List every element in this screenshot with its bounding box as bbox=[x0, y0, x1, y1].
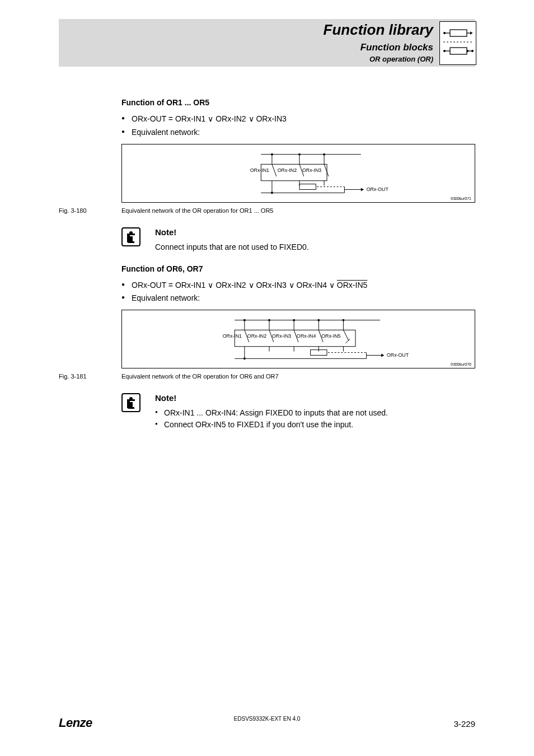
svg-marker-67 bbox=[381, 354, 384, 357]
footer-page-number: 3-229 bbox=[454, 719, 475, 729]
note-1-text: Connect inputs that are not used to FIXE… bbox=[155, 241, 475, 253]
info-icon bbox=[121, 227, 140, 246]
svg-line-60 bbox=[343, 330, 349, 342]
svg-line-61 bbox=[345, 339, 350, 343]
footer-doc-id: EDSVS9332K-EXT EN 4.0 bbox=[234, 716, 301, 722]
info-icon bbox=[121, 393, 140, 412]
svg-line-20 bbox=[272, 164, 277, 176]
diagram-1-svg: ORx-IN1 ORx-IN2 ORx-IN3 bbox=[122, 144, 475, 202]
note-2: Note! ORx-IN1 ... ORx-IN4: Assign FIXED0… bbox=[121, 393, 475, 431]
svg-point-1 bbox=[443, 32, 446, 34]
d2-in3-label: ORx-IN3 bbox=[272, 333, 291, 339]
page-title: Function library bbox=[324, 21, 433, 39]
section1-list: ORx-OUT = ORx-IN1 ∨ ORx-IN2 ∨ ORx-IN3 Eq… bbox=[121, 113, 475, 139]
d2-in5-label: ORx-IN5 bbox=[321, 333, 340, 339]
s2b1-mid1: ORx-IN2 bbox=[213, 281, 248, 290]
svg-marker-12 bbox=[467, 49, 469, 53]
section1-heading: Function of OR1 ... OR5 bbox=[121, 98, 475, 107]
s2b1-mid2: ORx-IN3 bbox=[254, 281, 289, 290]
section2-bullet-1: ORx-OUT = ORx-IN1 ∨ ORx-IN2 ∨ ORx-IN3 ∨ … bbox=[121, 279, 475, 292]
note-2-item-2: Connect ORx-IN5 to FIXED1 if you don't u… bbox=[155, 419, 475, 431]
page-subtitle-1: Function blocks bbox=[324, 42, 433, 53]
note-1: Note! Connect inputs that are not used t… bbox=[121, 227, 475, 253]
fig-1-caption: Equivalent network of the OR operation f… bbox=[121, 207, 475, 214]
svg-marker-36 bbox=[361, 188, 364, 191]
d1-in2-label: ORx-IN2 bbox=[278, 167, 297, 173]
svg-point-50 bbox=[293, 319, 295, 321]
fig-2-caption: Equivalent network of the OR operation f… bbox=[121, 373, 475, 380]
fig-1-row: Fig. 3-180 Equivalent network of the OR … bbox=[59, 207, 475, 214]
svg-point-17 bbox=[271, 153, 273, 155]
svg-point-58 bbox=[342, 319, 344, 321]
diagram-2-code: 9300kur070 bbox=[451, 362, 471, 366]
svg-point-19 bbox=[271, 192, 273, 194]
s1b1-pre: ORx-OUT = ORx-IN1 bbox=[132, 114, 208, 123]
fig-2-label: Fig. 3-181 bbox=[59, 373, 121, 380]
d2-in1-label: ORx-IN1 bbox=[223, 333, 242, 339]
s2b1-mid3: ORx-IN4 bbox=[294, 281, 329, 290]
svg-point-43 bbox=[243, 358, 246, 360]
d1-in1-label: ORx-IN1 bbox=[250, 167, 269, 173]
fig-2-row: Fig. 3-181 Equivalent network of the OR … bbox=[59, 373, 475, 380]
svg-point-22 bbox=[298, 153, 301, 155]
d2-out-label: ORx-OUT bbox=[387, 353, 409, 358]
d1-out-label: ORx-OUT bbox=[367, 186, 389, 192]
note-2-list: ORx-IN1 ... ORx-IN4: Assign FIXED0 to in… bbox=[155, 407, 475, 431]
diagram-2-svg: ORx-IN1 ORx-IN2 ORx-IN3 ORx-IN4 bbox=[122, 310, 475, 368]
svg-rect-8 bbox=[450, 48, 467, 54]
s2b1-or2: ∨ bbox=[249, 281, 254, 290]
s2b1-or3: ∨ bbox=[289, 281, 294, 290]
s2b1-or4: ∨ bbox=[329, 281, 335, 290]
diagram-2: ORx-IN1 ORx-IN2 ORx-IN3 ORx-IN4 bbox=[121, 310, 475, 368]
s1b1-or2: ∨ bbox=[249, 114, 254, 123]
s1b1-mid2: ORx-IN3 bbox=[254, 114, 287, 123]
section2-heading: Function of OR6, OR7 bbox=[121, 264, 475, 273]
header-text-block: Function library Function blocks OR oper… bbox=[324, 21, 433, 63]
svg-point-11 bbox=[471, 50, 474, 52]
footer-logo: Lenze bbox=[59, 716, 92, 730]
note-2-item-1: ORx-IN1 ... ORx-IN4: Assign FIXED0 to in… bbox=[155, 407, 475, 419]
content-area: Function of OR1 ... OR5 ORx-OUT = ORx-IN… bbox=[59, 98, 475, 442]
d2-in2-label: ORx-IN2 bbox=[247, 333, 266, 339]
svg-point-54 bbox=[317, 319, 320, 321]
d1-in3-label: ORx-IN3 bbox=[302, 167, 321, 173]
svg-line-28 bbox=[324, 164, 329, 176]
svg-point-26 bbox=[323, 153, 325, 155]
svg-point-7 bbox=[443, 50, 446, 52]
diagram-1: ORx-IN1 ORx-IN2 ORx-IN3 bbox=[121, 144, 475, 203]
section2-list: ORx-OUT = ORx-IN1 ∨ ORx-IN2 ∨ ORx-IN3 ∨ … bbox=[121, 279, 475, 306]
header-block-icon bbox=[439, 21, 476, 65]
svg-rect-29 bbox=[299, 184, 316, 189]
footer: Lenze EDSVS9332K-EXT EN 4.0 3-229 bbox=[59, 716, 475, 730]
svg-point-46 bbox=[268, 319, 270, 321]
section1-bullet-1: ORx-OUT = ORx-IN1 ∨ ORx-IN2 ∨ ORx-IN3 bbox=[121, 113, 475, 126]
section2-bullet-2: Equivalent network: bbox=[121, 292, 475, 305]
s1b1-or1: ∨ bbox=[208, 114, 213, 123]
s2b1-or1: ∨ bbox=[208, 281, 213, 290]
note-2-title: Note! bbox=[155, 393, 475, 403]
section1-bullet-2: Equivalent network: bbox=[121, 126, 475, 139]
svg-marker-4 bbox=[470, 31, 472, 35]
fig-1-label: Fig. 3-180 bbox=[59, 207, 121, 214]
svg-rect-2 bbox=[450, 30, 467, 36]
d2-in4-label: ORx-IN4 bbox=[297, 333, 316, 339]
s2b1-in5: ORx-IN5 bbox=[337, 281, 367, 290]
s1b1-mid1: ORx-IN2 bbox=[213, 114, 248, 123]
svg-point-41 bbox=[243, 319, 246, 321]
page-subtitle-2: OR operation (OR) bbox=[324, 55, 433, 63]
diagram-1-code: 9300kur071 bbox=[451, 197, 471, 200]
note-1-title: Note! bbox=[155, 227, 475, 237]
s2b1-pre: ORx-OUT = ORx-IN1 bbox=[132, 281, 208, 290]
